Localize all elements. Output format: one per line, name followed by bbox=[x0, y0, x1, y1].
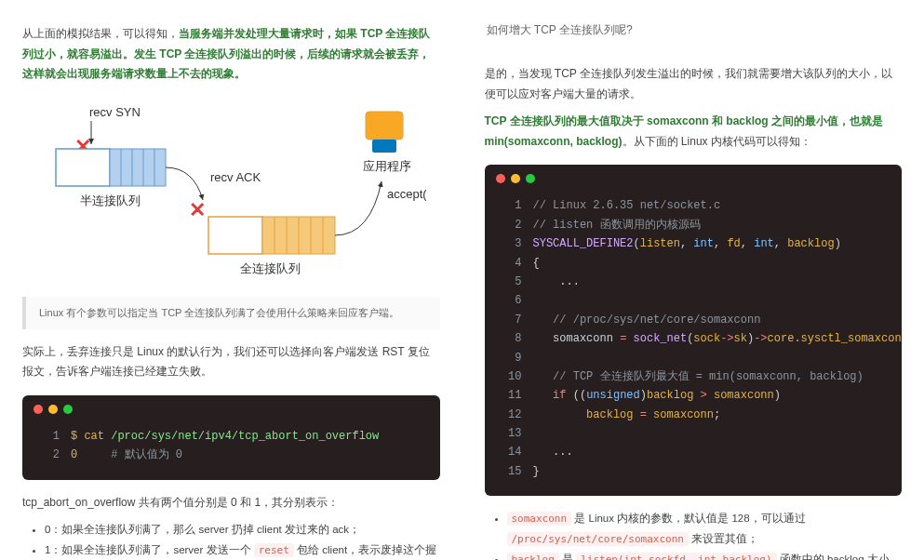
list-item: 1：如果全连接队列满了，server 发送一个 reset 包给 client，… bbox=[45, 540, 440, 560]
list-item: backlog 是 listen(int sockfd, int backlog… bbox=[507, 550, 903, 560]
svg-rect-19 bbox=[372, 140, 396, 153]
params-list: somaxconn 是 Linux 内核的参数，默认值是 128，可以通过 /p… bbox=[507, 509, 903, 560]
section-heading: 如何增大 TCP 全连接队列呢? bbox=[485, 17, 903, 51]
list-item: somaxconn 是 Linux 内核的参数，默认值是 128，可以通过 /p… bbox=[507, 509, 903, 550]
left-intro: 从上面的模拟结果，可以得知，当服务端并发处理大量请求时，如果 TCP 全连接队列… bbox=[22, 24, 440, 85]
recv-syn-label: recv SYN bbox=[89, 105, 141, 119]
list-item: 0：如果全连接队列满了，那么 server 扔掉 client 发过来的 ack… bbox=[45, 520, 440, 540]
code-abort-overflow: 1$ cat /proc/sys/net/ipv4/tcp_abort_on_o… bbox=[22, 395, 440, 480]
svg-rect-1 bbox=[56, 149, 110, 186]
svg-text:recv ACK: recv ACK bbox=[210, 170, 261, 184]
svg-text:应用程序: 应用程序 bbox=[363, 159, 411, 173]
code-kernel: 1// Linux 2.6.35 net/socket.c 2// listen… bbox=[485, 165, 903, 496]
p-yes: 是的，当发现 TCP 全连接队列发生溢出的时候，我们就需要增大该队列的大小，以便… bbox=[485, 64, 903, 104]
queue-diagram: recv SYN ✕ 半连接队列 recv ACK ✕ 全连接队列 应用程序 bbox=[22, 98, 440, 284]
svg-text:半连接队列: 半连接队列 bbox=[80, 193, 141, 207]
svg-rect-18 bbox=[366, 112, 403, 140]
svg-rect-2 bbox=[110, 149, 166, 186]
p-formula: TCP 全连接队列的最大值取决于 somaxconn 和 backlog 之间的… bbox=[485, 112, 903, 152]
quote-strategy: Linux 有个参数可以指定当 TCP 全连接队列满了会使用什么策略来回应客户端… bbox=[22, 297, 440, 329]
svg-rect-10 bbox=[208, 217, 262, 254]
svg-text:✕: ✕ bbox=[189, 198, 206, 221]
p-rst: 实际上，丢弃连接只是 Linux 的默认行为，我们还可以选择向客户端发送 RST… bbox=[22, 342, 440, 382]
svg-text:全连接队列: 全连接队列 bbox=[240, 261, 301, 275]
abort-values-list: 0：如果全连接队列满了，那么 server 扔掉 client 发过来的 ack… bbox=[45, 520, 440, 560]
svg-text:accept(): accept() bbox=[387, 187, 426, 201]
p-values-desc: tcp_abort_on_overflow 共有两个值分别是 0 和 1，其分别… bbox=[22, 493, 440, 513]
